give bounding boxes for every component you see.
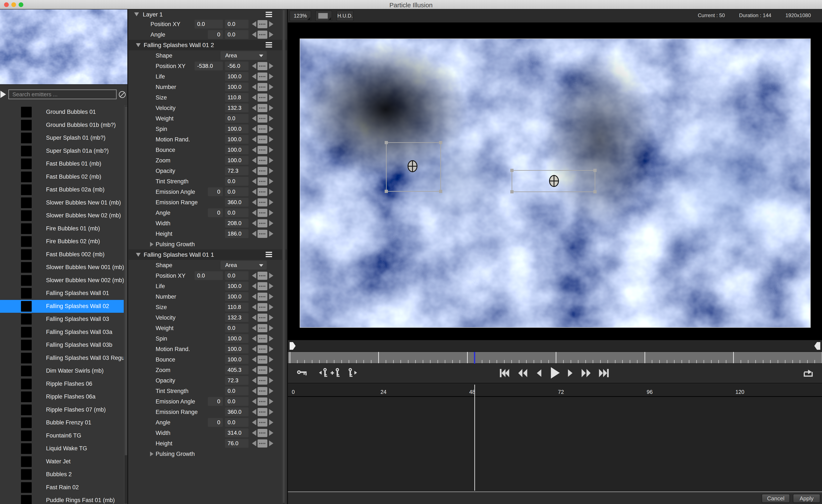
next-key-arrow-icon[interactable] <box>269 346 273 352</box>
value-field[interactable]: 100.0 <box>225 72 249 81</box>
emitter-item[interactable]: Ripple Flashes 06a <box>0 390 124 403</box>
keyframe-dots-button[interactable] <box>258 62 267 70</box>
emitter-item[interactable]: Falling Splashes Wall 02 <box>0 300 124 313</box>
keyframe-dots-button[interactable] <box>258 20 267 28</box>
next-key-arrow-icon[interactable] <box>269 63 273 69</box>
emitter-item[interactable]: Slower Bubbles New 001 (mb) <box>0 261 124 274</box>
value-field[interactable]: 110.8 <box>225 303 249 311</box>
value-field[interactable]: 405.3 <box>225 366 249 374</box>
previous-key-arrow-icon[interactable] <box>252 178 256 184</box>
next-key-arrow-icon[interactable] <box>269 378 273 383</box>
step-back-button[interactable] <box>533 367 545 379</box>
next-key-arrow-icon[interactable] <box>269 325 273 331</box>
keyframe-dots-button[interactable] <box>258 408 267 416</box>
set-keyframe-button[interactable] <box>297 367 309 379</box>
keyframe-dots-button[interactable] <box>258 198 267 206</box>
cancel-button[interactable]: Cancel <box>762 494 790 503</box>
value-field[interactable]: 76.0 <box>225 439 249 448</box>
rewind-button[interactable] <box>517 367 529 379</box>
emitter-item[interactable]: Super Splash 01 (mb?) <box>0 132 124 145</box>
previous-key-arrow-icon[interactable] <box>252 273 256 279</box>
keyframe-dots-button[interactable] <box>258 293 267 301</box>
value-field-y[interactable]: -56.0 <box>225 62 249 70</box>
next-key-arrow-icon[interactable] <box>269 210 273 216</box>
next-key-arrow-icon[interactable] <box>269 126 273 132</box>
previous-key-arrow-icon[interactable] <box>252 116 256 121</box>
chevron-right-icon[interactable] <box>150 452 153 456</box>
emitter-item[interactable]: Fast Rain 02 <box>0 481 124 494</box>
next-key-arrow-icon[interactable] <box>269 136 273 142</box>
clear-search-icon[interactable] <box>119 91 126 98</box>
previous-key-arrow-icon[interactable] <box>252 74 256 79</box>
previous-key-arrow-icon[interactable] <box>252 231 256 237</box>
previous-key-arrow-icon[interactable] <box>252 283 256 289</box>
value-field[interactable]: 100.0 <box>225 292 249 301</box>
keyframe-dots-button[interactable] <box>258 93 267 102</box>
keyframe-dots-button[interactable] <box>258 345 267 353</box>
emitter-item[interactable]: Falling Splashes Wall 03b <box>0 339 124 352</box>
next-key-arrow-icon[interactable] <box>269 32 273 37</box>
previous-key-arrow-icon[interactable] <box>252 189 256 195</box>
keyframe-dots-button[interactable] <box>258 314 267 322</box>
next-key-arrow-icon[interactable] <box>269 74 273 79</box>
keyframe-dots-button[interactable] <box>258 167 267 175</box>
previous-key-arrow-icon[interactable] <box>252 126 256 132</box>
previous-key-arrow-icon[interactable] <box>252 430 256 436</box>
value-field[interactable]: 132.3 <box>225 313 249 322</box>
value-field[interactable]: 100.0 <box>225 83 249 91</box>
keyframe-dots-button[interactable] <box>258 125 267 133</box>
keyframe-dots-button[interactable] <box>258 282 267 290</box>
value-field[interactable]: 314.0 <box>225 428 249 437</box>
previous-keyframe-button[interactable] <box>318 367 330 379</box>
value-field[interactable]: 208.0 <box>225 219 249 228</box>
next-key-arrow-icon[interactable] <box>269 116 273 121</box>
value-field-degrees[interactable]: 0.0 <box>225 187 249 196</box>
background-color-swatch-button[interactable] <box>315 11 332 21</box>
value-field[interactable]: 72.3 <box>225 166 249 175</box>
previous-key-arrow-icon[interactable] <box>252 95 256 100</box>
resize-handle[interactable] <box>439 190 442 193</box>
chevron-down-icon[interactable] <box>136 43 141 47</box>
previous-key-arrow-icon[interactable] <box>252 346 256 352</box>
keyframe-dots-button[interactable] <box>258 418 267 427</box>
next-key-arrow-icon[interactable] <box>269 178 273 184</box>
value-field[interactable]: 100.0 <box>225 135 249 144</box>
previous-key-arrow-icon[interactable] <box>252 199 256 205</box>
next-key-arrow-icon[interactable] <box>269 199 273 205</box>
emitter-item[interactable]: Ripple Flashes 06 <box>0 378 124 391</box>
value-field[interactable]: 100.0 <box>225 156 249 165</box>
emitter-item[interactable]: Falling Splashes Wall 03a <box>0 326 124 339</box>
keyframe-dots-button[interactable] <box>258 188 267 196</box>
keyframe-dots-button[interactable] <box>258 377 267 385</box>
value-field[interactable]: 72.3 <box>225 376 249 385</box>
next-key-arrow-icon[interactable] <box>269 147 273 153</box>
emitter-item[interactable]: Fast Bubbles 02a (mb) <box>0 183 124 196</box>
next-key-arrow-icon[interactable] <box>269 440 273 446</box>
value-field-revolutions[interactable]: 0 <box>208 187 223 196</box>
previous-key-arrow-icon[interactable] <box>252 136 256 142</box>
emitter-position-crosshair-1[interactable] <box>408 160 417 172</box>
value-field-degrees[interactable]: 0.0 <box>225 397 249 406</box>
playhead-marker[interactable] <box>474 352 475 364</box>
value-field-degrees[interactable]: 0.0 <box>225 208 249 217</box>
timeline-ruler[interactable] <box>288 352 822 364</box>
resize-handle[interactable] <box>510 190 513 193</box>
previous-key-arrow-icon[interactable] <box>252 399 256 404</box>
layer-menu-icon[interactable] <box>266 12 272 17</box>
emitter-item[interactable]: Slower Bubbles New 01 (mb) <box>0 196 124 209</box>
emitter-item[interactable]: Ripple Flashes 07 (mb) <box>0 403 124 417</box>
value-field[interactable]: 0.0 <box>225 114 249 123</box>
keyframe-dots-button[interactable] <box>258 335 267 343</box>
keyframe-dots-button[interactable] <box>258 177 267 185</box>
value-field-x[interactable]: -538.0 <box>194 62 223 70</box>
keyframe-dots-button[interactable] <box>258 356 267 364</box>
next-key-arrow-icon[interactable] <box>269 399 273 404</box>
next-key-arrow-icon[interactable] <box>269 95 273 100</box>
emitter-item[interactable]: Fast Bubbles 002 (mb) <box>0 248 124 261</box>
next-key-arrow-icon[interactable] <box>269 357 273 362</box>
next-key-arrow-icon[interactable] <box>269 168 273 174</box>
previous-key-arrow-icon[interactable] <box>252 220 256 226</box>
stage-canvas[interactable] <box>300 39 811 328</box>
go-to-end-button[interactable] <box>598 367 610 379</box>
next-key-arrow-icon[interactable] <box>269 294 273 299</box>
